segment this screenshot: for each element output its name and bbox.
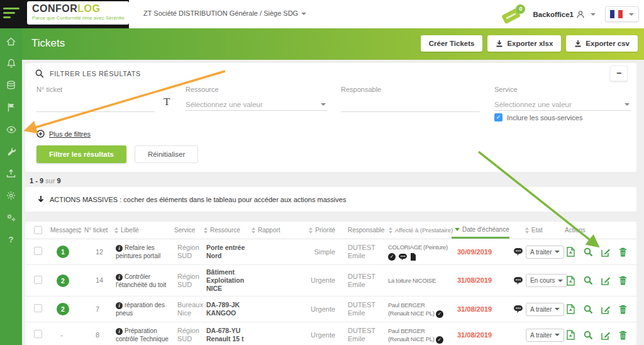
export-csv-button[interactable]: Exporter csv: [566, 35, 638, 52]
menu-toggle-icon[interactable]: [3, 8, 21, 21]
col-header-priorite[interactable]: Priorité: [308, 222, 341, 239]
notifications-icon[interactable]: [6, 59, 16, 68]
view-icon[interactable]: [584, 276, 593, 285]
french-flag-icon: [610, 10, 623, 18]
logo-text-secondary: LOG: [77, 3, 100, 14]
col-header-date[interactable]: Date d'échéance: [452, 222, 509, 239]
info-icon[interactable]: i: [116, 245, 123, 252]
view-icon[interactable]: [584, 331, 593, 340]
ressource-cell: DA-678-YU Renault 15 t: [203, 324, 250, 345]
more-filters-link[interactable]: Plus de filtres: [36, 130, 91, 138]
info-icon[interactable]: i: [116, 274, 123, 281]
col-header-ressource[interactable]: Ressource: [203, 222, 250, 239]
include-subservices-checkbox[interactable]: ✓: [494, 113, 502, 122]
view-icon[interactable]: [584, 305, 593, 314]
search-icon: [35, 69, 44, 78]
upload-icon[interactable]: [6, 169, 16, 178]
service-filter-select[interactable]: Sélectionnez une valeur: [494, 98, 631, 111]
status-dropdown[interactable]: A traiter: [526, 246, 564, 259]
service-cell: Région SUD: [173, 269, 203, 292]
home-icon[interactable]: [6, 37, 16, 46]
advanced-settings-icon[interactable]: [6, 213, 16, 222]
delete-icon[interactable]: [619, 305, 627, 314]
col-header-rapport[interactable]: Rapport: [250, 222, 308, 239]
text-tool-icon[interactable]: T: [164, 96, 170, 108]
sort-icon: [204, 227, 208, 234]
database-icon[interactable]: [6, 81, 16, 90]
responsable-cell: DUTEST Emile: [341, 298, 385, 320]
validated-check-icon: ✓: [436, 310, 443, 318]
ticket-filter-input[interactable]: [36, 99, 155, 112]
pdf-export-icon[interactable]: [566, 247, 575, 257]
logo-tagline: Parce que Conformité rime avec Sérénité: [32, 15, 129, 21]
flags-icon[interactable]: [6, 103, 16, 112]
edit-icon[interactable]: [601, 247, 611, 257]
status-dropdown[interactable]: A traiter: [526, 303, 564, 316]
filter-submit-button[interactable]: Filtrer les résultats: [36, 145, 126, 163]
download-icon: [496, 40, 503, 47]
export-xlsx-button[interactable]: Exporter xlsx: [487, 35, 561, 52]
comment-bubble-icon[interactable]: [513, 305, 523, 314]
ressource-filter-select[interactable]: Sélectionnez une valeur: [186, 98, 327, 111]
collapse-filters-button[interactable]: −: [610, 65, 628, 81]
pdf-export-icon[interactable]: [566, 276, 575, 286]
col-header-affecte[interactable]: Affecté à (Prestataire): [385, 222, 452, 239]
help-icon[interactable]: ?: [9, 235, 14, 244]
ticket-label: iRefaire les peintures portail: [113, 240, 173, 263]
comment-icon: [398, 253, 408, 261]
bulk-actions-notice: ACTIONS MASSIVES : cocher des éléments d…: [25, 187, 636, 212]
ticket-label: iréparation des pneus: [113, 298, 173, 320]
rapport-cell: [250, 278, 308, 284]
responsable-filter-input[interactable]: [341, 99, 480, 112]
filter-reset-button[interactable]: Réinitialiser: [135, 145, 198, 163]
user-menu[interactable]: Backoffice1: [533, 10, 596, 19]
pdf-export-icon[interactable]: [566, 304, 575, 314]
ticket-count-badge: 0: [516, 4, 525, 14]
company-context-dropdown[interactable]: ZT Société DISTRIBUTION Générale / Siège…: [143, 9, 306, 17]
due-date: 31/08/2019: [452, 273, 509, 288]
language-selector[interactable]: [605, 6, 639, 22]
edit-icon[interactable]: [601, 331, 611, 340]
chevron-down-icon: [625, 103, 630, 106]
tickets-counter[interactable]: 0: [502, 4, 526, 25]
edit-icon[interactable]: [601, 305, 611, 314]
create-tickets-button[interactable]: Créer Tickets: [421, 35, 483, 52]
settings-icon[interactable]: [6, 191, 16, 200]
username: Backoffice1: [533, 11, 574, 18]
table-row: 1 12 iRefaire les peintures portail Régi…: [25, 239, 636, 265]
edit-icon[interactable]: [601, 276, 611, 285]
ticket-number: 12: [77, 245, 113, 259]
row-checkbox[interactable]: [34, 247, 42, 255]
chevron-down-icon: [591, 13, 596, 16]
col-header-ticket[interactable]: N° ticket: [77, 222, 113, 239]
delete-icon[interactable]: [619, 331, 627, 340]
col-header-etat[interactable]: Etat: [509, 222, 560, 239]
pdf-export-icon[interactable]: [566, 330, 575, 340]
etat-cell: A traiter: [509, 242, 560, 262]
select-all-checkbox[interactable]: [34, 226, 42, 234]
filter-panel: FILTRER LES RÉSULTATS − N° ticket T Ress…: [25, 63, 636, 172]
info-icon[interactable]: i: [116, 328, 123, 335]
watch-icon[interactable]: [6, 125, 16, 134]
service-cell: Région SUD: [173, 240, 203, 263]
prestataire-badges: ✓: [388, 253, 449, 261]
delete-icon[interactable]: [619, 276, 627, 285]
status-dropdown[interactable]: A traiter: [526, 329, 564, 342]
affecte-cell: Paul BERGER (Renault NICE PL) ✓: [385, 324, 452, 345]
comment-bubble-icon[interactable]: [513, 276, 523, 285]
view-icon[interactable]: [584, 247, 593, 257]
row-checkbox[interactable]: [34, 276, 42, 284]
responsable-filter-label: Responsable: [341, 86, 381, 93]
delete-icon[interactable]: [619, 247, 627, 257]
row-checkbox[interactable]: [34, 304, 42, 312]
logo[interactable]: CONFORLOG Parce que Conformité rime avec…: [27, 1, 129, 25]
responsable-cell: DUTEST Emile: [341, 269, 385, 292]
document-icon: [410, 253, 416, 261]
comment-bubble-icon[interactable]: [513, 247, 523, 256]
tools-icon[interactable]: [6, 147, 16, 156]
col-header-libelle[interactable]: Libellé: [113, 222, 173, 239]
sort-icon: [114, 227, 118, 234]
rapport-cell: [250, 332, 308, 338]
info-icon[interactable]: i: [116, 302, 123, 309]
row-checkbox[interactable]: [34, 330, 42, 338]
